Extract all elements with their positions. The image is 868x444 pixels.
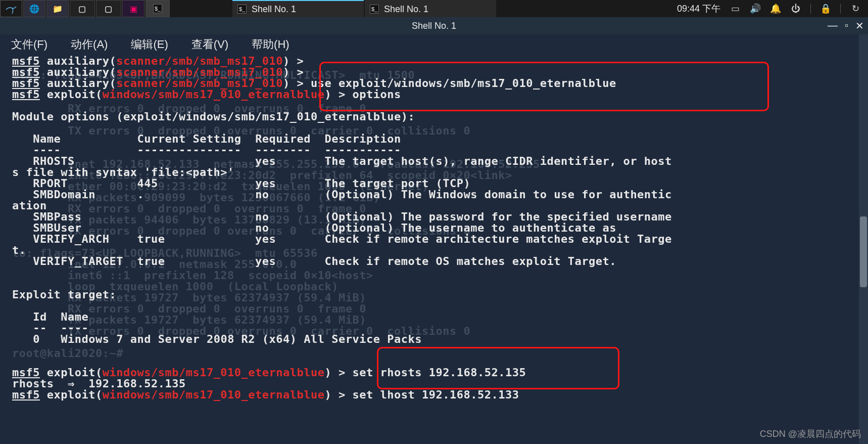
prompt-line: msf5 exploit(windows/smb/ms17_010_eterna…	[12, 389, 856, 401]
module-options-header: Module options (exploit/windows/smb/ms17…	[12, 111, 856, 122]
notifications-icon[interactable]: 🔔	[770, 3, 781, 14]
menu-bar: 文件(F) 动作(A) 编辑(E) 查看(V) 帮助(H)	[0, 34, 868, 55]
terminal-icon: $_	[153, 4, 162, 13]
task-current-terminal[interactable]: $_	[146, 0, 170, 17]
logout-icon[interactable]: ↻	[850, 3, 861, 14]
terminal-icon: $_	[370, 5, 379, 14]
launcher-terminal-2[interactable]: ▢	[96, 0, 121, 17]
options-dash-row: ---- --------------- -------- ----------…	[12, 145, 856, 156]
option-row-cont: ation	[12, 200, 856, 211]
watermark: CSDN @凌晨四点的代码	[760, 428, 861, 440]
task-label: Shell No. 1	[384, 4, 428, 15]
annotation-box-2	[377, 347, 619, 389]
option-row: SMBPass no (Optional) The password for t…	[12, 211, 856, 223]
window-title-bar[interactable]: Shell No. 1 — ▫ ✕	[0, 17, 868, 34]
terminal-icon: $_	[237, 5, 247, 14]
launcher-show-desktop[interactable]: ▣	[122, 0, 144, 17]
launcher-files[interactable]: 📁	[46, 0, 69, 17]
menu-edit[interactable]: 编辑(E)	[131, 37, 168, 52]
task-label: Shell No. 1	[252, 4, 296, 15]
close-button[interactable]: ✕	[855, 20, 864, 32]
power-icon[interactable]: ⏻	[790, 3, 801, 14]
launcher-terminal[interactable]: ▢	[70, 0, 95, 17]
maximize-button[interactable]: ▫	[845, 20, 848, 32]
menu-help[interactable]: 帮助(H)	[252, 37, 290, 52]
separator	[840, 4, 841, 14]
option-row: VERIFY_ARCH true yes Check if remote arc…	[12, 234, 856, 245]
clock: 09:44 下午	[677, 3, 720, 15]
kali-menu-button[interactable]	[0, 0, 22, 17]
exploit-target-header: Exploit target:	[12, 289, 856, 300]
target-dash-row: -- ----	[12, 323, 856, 334]
terminal-viewport[interactable]: RX errors 0 dropped 0 overruns 0 frame 0…	[0, 55, 868, 401]
option-row-cont: s file with syntax 'file:<path>'	[12, 167, 856, 178]
menu-file[interactable]: 文件(F)	[11, 37, 47, 52]
lock-icon[interactable]: 🔒	[820, 3, 831, 14]
option-row: SMBUser no (Optional) The username to au…	[12, 223, 856, 234]
target-header-row: Id Name	[12, 312, 856, 323]
option-row: RHOSTS yes The target host(s), range CID…	[12, 156, 856, 167]
task-shell-1[interactable]: $_ Shell No. 1	[232, 0, 364, 17]
menu-action[interactable]: 动作(A)	[71, 37, 108, 52]
task-shell-2[interactable]: $_ Shell No. 1	[365, 0, 496, 17]
launcher-browser[interactable]: 🌐	[23, 0, 45, 17]
target-row: 0 Windows 7 and Server 2008 R2 (x64) All…	[12, 334, 856, 345]
volume-icon[interactable]: 🔊	[750, 3, 761, 14]
system-panel: 🌐 📁 ▢ ▢ ▣ $_ $_ Shell No. 1 $_ Shell No.…	[0, 0, 868, 17]
annotation-box-1	[319, 62, 769, 111]
window-title: Shell No. 1	[412, 21, 456, 31]
scrollbar-vertical[interactable]	[859, 34, 868, 444]
menu-view[interactable]: 查看(V)	[191, 37, 228, 52]
option-row-cont: t.	[12, 245, 856, 256]
option-row: SMBDomain . no (Optional) The Windows do…	[12, 189, 856, 200]
option-row: RPORT 445 yes The target port (TCP)	[12, 178, 856, 189]
option-row: VERIFY_TARGET true yes Check if remote O…	[12, 256, 856, 267]
options-header-row: Name Current Setting Required Descriptio…	[12, 134, 856, 145]
minimize-button[interactable]: —	[828, 20, 838, 32]
display-icon[interactable]: ▭	[730, 3, 741, 14]
separator	[810, 4, 811, 14]
scrollbar-thumb[interactable]	[860, 216, 867, 287]
